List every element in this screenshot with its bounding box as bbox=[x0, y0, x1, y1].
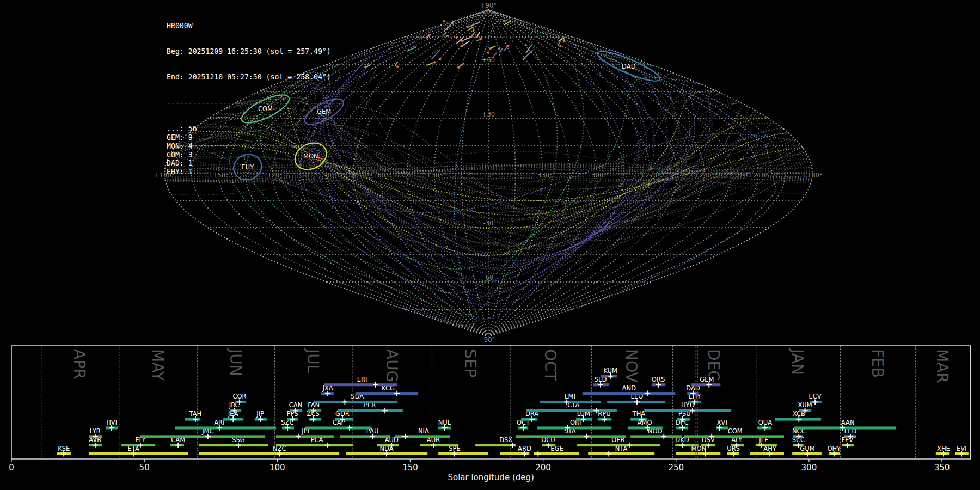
bar-PCA bbox=[276, 444, 353, 446]
lat-tick-label: +90° bbox=[480, 2, 497, 9]
meteor-begin-dot bbox=[364, 66, 366, 69]
meteor-begin-dot bbox=[559, 45, 561, 47]
end-time: End: 20251210 05:27:50 (sol = 258.04°) bbox=[167, 73, 344, 82]
bar-label-ERI: ERI bbox=[357, 376, 367, 383]
bar-label-LMI: LMI bbox=[565, 393, 575, 400]
meteor-activity-dashboard: COMGEMMONEHYDAD+180°+150°+120°+90°+60°+3… bbox=[0, 0, 980, 490]
lon-tick-label: +180° bbox=[802, 171, 822, 179]
meteor-segment bbox=[524, 50, 533, 59]
shower-label-DAD: DAD bbox=[622, 63, 636, 70]
x-axis-title: Solar longitude (deg) bbox=[448, 473, 534, 482]
bar-JPE bbox=[276, 435, 334, 438]
bar-ORI bbox=[537, 426, 611, 429]
bar-THA bbox=[630, 418, 647, 421]
bar-label-THA: THA bbox=[632, 410, 646, 418]
meteor-begin-dot bbox=[396, 65, 399, 68]
lon-tick-label: +270° bbox=[640, 171, 660, 179]
peak-marker-EGE bbox=[535, 451, 541, 457]
bar-label-HVI: HVI bbox=[106, 419, 117, 426]
bar-AUR bbox=[420, 444, 458, 446]
lon-tick-label: +240° bbox=[694, 171, 714, 179]
bar-AHY bbox=[750, 452, 784, 455]
bar-label-ARD: ARD bbox=[518, 445, 531, 452]
month-label-SEP: SEP bbox=[461, 349, 479, 377]
bar-label-AAN: AAN bbox=[841, 419, 855, 426]
bar-label-NUE: NUE bbox=[438, 419, 451, 426]
meteor-begin-dot bbox=[461, 45, 463, 47]
bar-PAU bbox=[340, 435, 390, 438]
peak-marker-PCA bbox=[325, 443, 330, 448]
bar-label-EVI: EVI bbox=[957, 445, 967, 452]
x-tick-label: 0 bbox=[9, 463, 14, 473]
bar-label-QUA: QUA bbox=[758, 419, 772, 426]
bar-label-DSX: DSX bbox=[499, 436, 512, 444]
bar-NTA bbox=[588, 452, 654, 455]
station-code: HR000W bbox=[167, 22, 344, 30]
x-tick-label: 50 bbox=[139, 463, 150, 473]
bar-COM bbox=[684, 435, 784, 438]
peak-marker-JPE bbox=[296, 434, 301, 439]
observation-header: HR000W Beg: 20251209 16:25:30 (sol = 257… bbox=[167, 4, 344, 194]
month-label-JUN: JUN bbox=[226, 348, 244, 376]
count-line-0: ...: 56 bbox=[167, 125, 344, 133]
x-tick-label: 150 bbox=[402, 463, 418, 473]
month-label-MAY: MAY bbox=[149, 349, 167, 381]
activity-bars: KSEETANZCNDASPEARDEGENTAMONURSAHYGUMOHYX… bbox=[57, 367, 969, 457]
bar-AND bbox=[583, 392, 675, 395]
peak-marker-STA bbox=[584, 434, 589, 439]
bar-label-LYR: LYR bbox=[90, 427, 101, 435]
month-label-JUL: JUL bbox=[304, 348, 322, 373]
bar-label-TAH: TAH bbox=[189, 410, 202, 418]
meteor-begin-dot bbox=[489, 47, 492, 50]
bar-MON bbox=[676, 452, 720, 455]
bar-LMI bbox=[540, 401, 601, 403]
bar-label-ORS: ORS bbox=[652, 376, 665, 383]
bar-label-NIA: NIA bbox=[418, 427, 429, 435]
meteor-begin-dot bbox=[457, 66, 460, 69]
bar-HYD bbox=[644, 409, 731, 412]
bar-label-AND: AND bbox=[622, 384, 636, 392]
bar-label-OHY: OHY bbox=[827, 445, 841, 452]
bar-label-ARI: ARI bbox=[214, 419, 224, 426]
meteor-begin-dot bbox=[498, 47, 500, 50]
meteor-begin-dot bbox=[507, 45, 509, 47]
meteor-begin-dot bbox=[446, 35, 448, 37]
lat-tick-label: -60 bbox=[483, 274, 494, 281]
bar-DKD bbox=[675, 444, 698, 446]
bar-DRA bbox=[521, 418, 537, 421]
meteor-begin-dot bbox=[461, 40, 463, 42]
meteor-begin-dot bbox=[433, 61, 436, 63]
month-label-APR: APR bbox=[70, 349, 88, 379]
month-label-FEB: FEB bbox=[868, 349, 886, 378]
meteor-begin-dot bbox=[428, 34, 431, 36]
month-label-JAN: JAN bbox=[788, 348, 806, 375]
bar-JMC bbox=[140, 435, 265, 438]
bar-ARI bbox=[175, 426, 276, 429]
meteor-segment bbox=[431, 50, 440, 59]
peak-marker-ERI bbox=[373, 382, 378, 388]
peak-marker-CAP bbox=[347, 425, 352, 431]
count-line-2: MON: 4 bbox=[167, 142, 344, 151]
peak-marker-KCG bbox=[394, 391, 400, 396]
bar-label-ECV: ECV bbox=[809, 393, 822, 400]
meteor-begin-dot bbox=[414, 46, 416, 48]
bar-label-GEM: GEM bbox=[700, 376, 714, 383]
peak-marker-SDA bbox=[342, 399, 347, 405]
peak-marker-PER bbox=[382, 408, 388, 413]
meteor-begin-dot bbox=[523, 58, 525, 60]
lat-tick-label: +30 bbox=[482, 111, 495, 118]
lat-tick-label: +60 bbox=[482, 56, 495, 64]
x-tick-label: 100 bbox=[270, 463, 285, 473]
x-tick-label: 200 bbox=[535, 463, 551, 473]
peak-marker-AND bbox=[645, 391, 650, 396]
meteor-segment bbox=[444, 21, 454, 32]
shower-count-legend: ...: 56GEM: 9MON: 4COM: 3DAD: 1EHY: 1 bbox=[167, 125, 344, 176]
bar-CAP bbox=[305, 426, 371, 429]
meteor-begin-dot bbox=[470, 36, 472, 38]
bar-ERI bbox=[324, 383, 397, 386]
bar-label-KSE: KSE bbox=[58, 445, 70, 452]
meteor-begin-dot bbox=[443, 20, 445, 22]
lon-tick-label: +330° bbox=[532, 171, 552, 179]
bar-DSX bbox=[475, 444, 516, 446]
x-axis: 050100150200250300350Solar longitude (de… bbox=[9, 459, 950, 482]
